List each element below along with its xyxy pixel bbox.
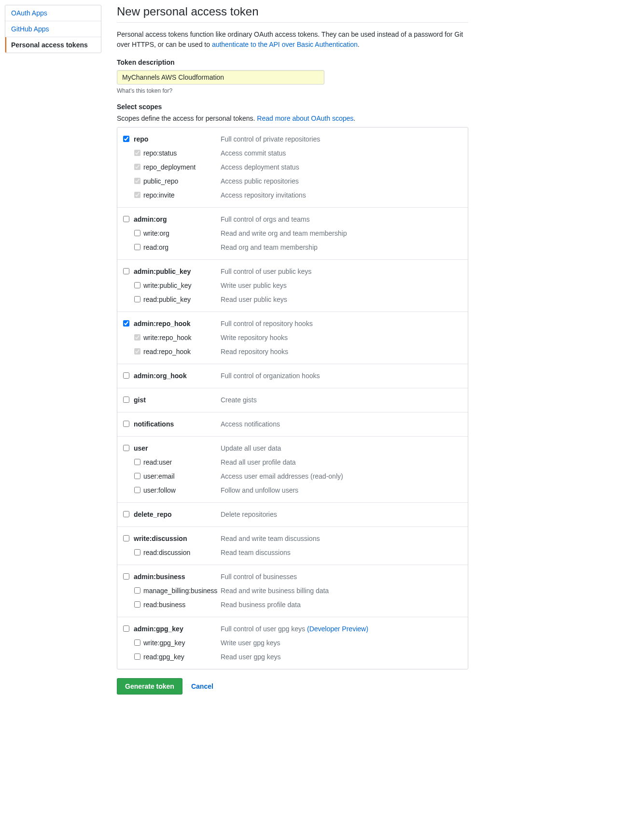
scope-desc: Write user gpg keys bbox=[221, 638, 462, 648]
cancel-link[interactable]: Cancel bbox=[191, 682, 213, 690]
scope-name: admin:org_hook bbox=[134, 371, 221, 381]
scope-name: write:public_key bbox=[143, 281, 221, 290]
scopes-intro-before: Scopes define the access for personal to… bbox=[117, 114, 257, 122]
scope-name: repo_deployment bbox=[143, 162, 221, 172]
scope-desc: Read and write business billing data bbox=[221, 586, 462, 596]
scope-checkbox-user[interactable] bbox=[123, 445, 129, 451]
sidebar-item-personal-access-tokens: Personal access tokens bbox=[5, 37, 101, 53]
scope-desc: Update all user data bbox=[221, 443, 462, 453]
scope-desc: Delete repositories bbox=[221, 510, 462, 519]
main-content: New personal access token Personal acces… bbox=[117, 5, 468, 695]
scope-checkbox-user-follow[interactable] bbox=[134, 487, 140, 493]
scope-checkbox-repo-status[interactable] bbox=[134, 150, 140, 156]
scope-row-repo-deployment: repo_deploymentAccess deployment status bbox=[123, 160, 462, 174]
scope-name: read:user bbox=[143, 457, 221, 467]
scope-desc: Read business profile data bbox=[221, 600, 462, 610]
scope-checkbox-repo-deployment[interactable] bbox=[134, 164, 140, 170]
scope-checkbox-notifications[interactable] bbox=[123, 421, 129, 427]
scope-group-admin-org: admin:orgFull control of orgs and teamsw… bbox=[117, 208, 468, 260]
scope-desc: Access deployment status bbox=[221, 162, 462, 172]
scope-checkbox-write-discussion[interactable] bbox=[123, 535, 129, 541]
scope-checkbox-write-gpg-key[interactable] bbox=[134, 639, 140, 646]
scope-row-read-gpg-key: read:gpg_keyRead user gpg keys bbox=[123, 650, 462, 664]
scope-desc: Write user public keys bbox=[221, 281, 462, 290]
token-description-label: Token description bbox=[117, 58, 468, 66]
scope-row-repo-invite: repo:inviteAccess repository invitations bbox=[123, 188, 462, 202]
scope-checkbox-read-business[interactable] bbox=[134, 601, 140, 608]
scope-checkbox-read-gpg-key[interactable] bbox=[134, 653, 140, 660]
scope-desc: Create gists bbox=[221, 395, 462, 405]
scope-checkbox-manage-billing-business[interactable] bbox=[134, 587, 140, 594]
scope-name: repo:status bbox=[143, 148, 221, 158]
scope-row-read-org: read:orgRead org and team membership bbox=[123, 241, 462, 255]
scope-name: public_repo bbox=[143, 176, 221, 186]
scope-checkbox-read-org[interactable] bbox=[134, 244, 140, 250]
scope-group-notifications: notificationsAccess notifications bbox=[117, 412, 468, 437]
scope-checkbox-delete-repo[interactable] bbox=[123, 511, 129, 517]
sidebar-item-github-apps[interactable]: GitHub Apps bbox=[5, 21, 101, 37]
scope-checkbox-admin-public-key[interactable] bbox=[123, 268, 129, 274]
scope-name: delete_repo bbox=[134, 510, 221, 519]
scope-row-admin-org-hook: admin:org_hookFull control of organizati… bbox=[123, 369, 462, 383]
scope-checkbox-admin-business[interactable] bbox=[123, 573, 129, 580]
scope-desc: Access public repositories bbox=[221, 176, 462, 186]
scope-checkbox-admin-org-hook[interactable] bbox=[123, 372, 129, 379]
scope-desc-link[interactable]: (Developer Preview) bbox=[307, 625, 368, 633]
scope-group-admin-public-key: admin:public_keyFull control of user pub… bbox=[117, 260, 468, 312]
generate-token-button[interactable]: Generate token bbox=[117, 678, 182, 695]
scope-group-delete-repo: delete_repoDelete repositories bbox=[117, 503, 468, 527]
scope-name: user:email bbox=[143, 471, 221, 481]
scope-group-admin-org-hook: admin:org_hookFull control of organizati… bbox=[117, 364, 468, 388]
scopes-intro-link[interactable]: Read more about OAuth scopes bbox=[257, 114, 353, 122]
scope-row-manage-billing-business: manage_billing:businessRead and write bu… bbox=[123, 584, 462, 598]
scope-row-admin-gpg-key: admin:gpg_keyFull control of user gpg ke… bbox=[123, 622, 462, 636]
scope-name: read:gpg_key bbox=[143, 652, 221, 662]
scope-checkbox-public-repo[interactable] bbox=[134, 178, 140, 184]
scope-checkbox-read-discussion[interactable] bbox=[134, 549, 140, 555]
scope-desc: Read team discussions bbox=[221, 548, 462, 557]
scope-row-write-org: write:orgRead and write org and team mem… bbox=[123, 227, 462, 241]
scope-desc: Full control of repository hooks bbox=[221, 319, 462, 328]
scopes-intro: Scopes define the access for personal to… bbox=[117, 114, 468, 122]
scope-checkbox-user-email[interactable] bbox=[134, 473, 140, 479]
token-description-input[interactable] bbox=[117, 70, 324, 85]
scope-row-read-business: read:businessRead business profile data bbox=[123, 598, 462, 612]
scope-checkbox-gist[interactable] bbox=[123, 397, 129, 403]
scope-checkbox-repo-invite[interactable] bbox=[134, 192, 140, 198]
scope-name: admin:repo_hook bbox=[134, 319, 221, 328]
scope-desc: Full control of orgs and teams bbox=[221, 214, 462, 224]
scope-checkbox-write-org[interactable] bbox=[134, 230, 140, 236]
scope-name: read:public_key bbox=[143, 295, 221, 304]
scope-row-admin-org: admin:orgFull control of orgs and teams bbox=[123, 213, 462, 227]
scope-desc: Write repository hooks bbox=[221, 333, 462, 342]
scopes-box: repoFull control of private repositories… bbox=[117, 127, 468, 669]
scope-checkbox-admin-gpg-key[interactable] bbox=[123, 625, 129, 632]
scope-row-write-public-key: write:public_keyWrite user public keys bbox=[123, 279, 462, 293]
scope-desc: Read all user profile data bbox=[221, 457, 462, 467]
scope-checkbox-repo[interactable] bbox=[123, 136, 129, 142]
sidebar-item-oauth-apps[interactable]: OAuth Apps bbox=[5, 5, 101, 21]
scope-desc: Access notifications bbox=[221, 419, 462, 429]
scope-group-admin-gpg-key: admin:gpg_keyFull control of user gpg ke… bbox=[117, 617, 468, 669]
scope-checkbox-admin-repo-hook[interactable] bbox=[123, 320, 129, 326]
scope-row-read-discussion: read:discussionRead team discussions bbox=[123, 546, 462, 560]
scope-name: notifications bbox=[134, 419, 221, 429]
scope-desc: Read user public keys bbox=[221, 295, 462, 304]
scope-row-read-repo-hook: read:repo_hookRead repository hooks bbox=[123, 345, 462, 359]
scope-row-admin-business: admin:businessFull control of businesses bbox=[123, 570, 462, 584]
form-actions: Generate token Cancel bbox=[117, 678, 468, 695]
scope-checkbox-read-repo-hook[interactable] bbox=[134, 348, 140, 355]
scope-name: admin:business bbox=[134, 572, 221, 582]
scope-checkbox-read-user[interactable] bbox=[134, 459, 140, 465]
scope-name: write:discussion bbox=[134, 534, 221, 543]
scope-checkbox-write-repo-hook[interactable] bbox=[134, 334, 140, 341]
scope-row-write-discussion: write:discussionRead and write team disc… bbox=[123, 532, 462, 546]
scope-checkbox-admin-org[interactable] bbox=[123, 216, 129, 222]
scope-group-admin-repo-hook: admin:repo_hookFull control of repositor… bbox=[117, 312, 468, 364]
scope-checkbox-read-public-key[interactable] bbox=[134, 296, 140, 302]
scope-checkbox-write-public-key[interactable] bbox=[134, 282, 140, 288]
scope-name: write:repo_hook bbox=[143, 333, 221, 342]
scope-name: manage_billing:business bbox=[143, 586, 221, 596]
intro-link[interactable]: authenticate to the API over Basic Authe… bbox=[212, 41, 358, 48]
scope-desc: Access user email addresses (read-only) bbox=[221, 471, 462, 481]
